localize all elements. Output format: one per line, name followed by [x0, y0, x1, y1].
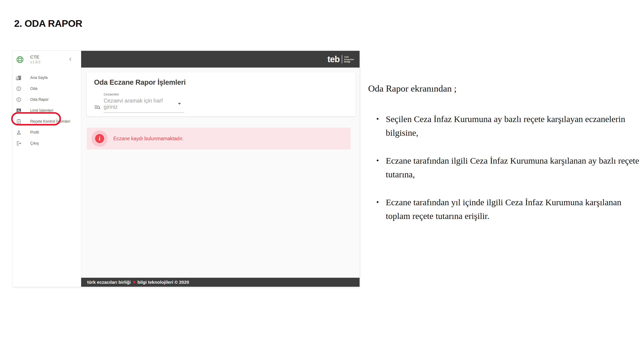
bullet-dot: •: [376, 195, 380, 223]
sidebar-item-limit-islemleri[interactable]: Limit İşlemleri: [12, 105, 81, 116]
logout-icon: [16, 141, 22, 146]
sidebar-item-label: Profil: [30, 130, 39, 135]
sidebar-item-label: Çıkış: [30, 141, 39, 146]
sidebar-item-label: Oda Rapor: [30, 97, 49, 102]
sidebar-item-oda-rapor[interactable]: Oda Rapor: [12, 94, 81, 105]
sidebar: CTE v.1.9.2: [12, 51, 81, 287]
sidebar-item-recete-kontrol[interactable]: Reçete Kontrol İşlemleri: [12, 116, 81, 127]
bullet-dot: •: [376, 112, 380, 140]
app-name: CTE: [30, 54, 40, 60]
bullet-text: Seçilen Ceza İnfaz Kurumuna ay bazlı reç…: [386, 112, 642, 140]
prison-select[interactable]: Cezaevi aramak için harf giriniz: [104, 98, 184, 113]
teb-logo-subtext: Türk Eczacıları Birliği: [344, 56, 354, 63]
prison-select-row: Cezaevleri Cezaevi aramak için harf giri…: [94, 92, 347, 113]
info-icon: [16, 86, 22, 92]
main-content: Oda Eczane Rapor İşlemleri Cezaevleri: [81, 67, 360, 278]
no-pharmacy-alert: i Eczane kaydı bulunmamaktadır.: [87, 128, 350, 149]
select-label: Cezaevleri: [104, 92, 184, 96]
report-card: Oda Eczane Rapor İşlemleri Cezaevleri: [87, 72, 356, 116]
note-bullet-3: • Eczane tarafından yıl içinde ilgili Ce…: [368, 195, 642, 223]
sidebar-collapse-button[interactable]: [68, 56, 73, 62]
globe-icon: [16, 55, 24, 64]
clipboard-check-icon: [16, 119, 22, 124]
notes-column: Oda Rapor ekranından ; • Seçilen Ceza İn…: [368, 83, 642, 237]
select-placeholder: Cezaevi aramak için harf giriniz: [104, 98, 178, 110]
note-bullet-1: • Seçilen Ceza İnfaz Kurumuna ay bazlı r…: [368, 112, 642, 140]
sidebar-item-profil[interactable]: Profil: [12, 127, 81, 138]
info-icon: [16, 97, 22, 102]
person-icon: [16, 130, 22, 135]
sidebar-item-oda[interactable]: Oda: [12, 83, 81, 94]
note-bullet-2: • Eczane tarafından ilgili Ceza İnfaz Ku…: [368, 154, 642, 181]
sidebar-item-label: Limit İşlemleri: [30, 108, 53, 113]
bullet-dot: •: [376, 154, 380, 181]
sidebar-item-ana-sayfa[interactable]: Ana Sayfa: [12, 72, 81, 83]
footer-text-right: bilgi teknolojileri © 2020: [138, 280, 189, 285]
app-identity: CTE v.1.9.2: [30, 54, 40, 64]
app-header: teb Türk Eczacıları Birliği: [81, 51, 360, 67]
teb-logo-text: teb: [327, 55, 340, 63]
bullet-text: Eczane tarafından yıl içinde ilgili Ceza…: [386, 195, 642, 223]
sidebar-menu: Ana Sayfa Oda: [12, 72, 81, 149]
bullet-text: Eczane tarafından ilgili Ceza İnfaz Kuru…: [386, 154, 642, 181]
sidebar-item-label: Ana Sayfa: [30, 75, 48, 80]
manual-page: 2. ODA RAPOR CTE v.1.9.2: [0, 0, 644, 362]
sidebar-header: CTE v.1.9.2: [12, 51, 81, 70]
chevron-down-icon[interactable]: [178, 103, 181, 105]
app-screenshot: CTE v.1.9.2: [12, 51, 360, 287]
manage-search-icon: [94, 104, 100, 111]
card-title: Oda Eczane Rapor İşlemleri: [94, 78, 347, 86]
teb-logo-divider: [342, 55, 342, 63]
info-alert-icon: i: [95, 134, 104, 143]
page-title: 2. ODA RAPOR: [14, 18, 82, 29]
notes-heading: Oda Rapor ekranından ;: [368, 83, 642, 94]
home-building-icon: [16, 75, 22, 81]
sidebar-item-label: Reçete Kontrol İşlemleri: [30, 119, 70, 124]
app-version: v.1.9.2: [30, 60, 40, 64]
prison-select-field: Cezaevleri Cezaevi aramak için harf giri…: [104, 92, 184, 113]
sidebar-item-cikis[interactable]: Çıkış: [12, 138, 81, 149]
alert-icon-halo: i: [92, 130, 108, 147]
footer-text-left: türk eczacıları birliği: [87, 280, 131, 285]
teb-logo: teb Türk Eczacıları Birliği: [327, 55, 354, 63]
app-footer: türk eczacıları birliği ♥ bilgi teknoloj…: [81, 278, 360, 287]
alert-text: Eczane kaydı bulunmamaktadır.: [113, 136, 184, 142]
heart-icon: ♥: [133, 280, 136, 285]
rate-review-icon: [16, 108, 22, 113]
sidebar-item-label: Oda: [30, 86, 37, 91]
